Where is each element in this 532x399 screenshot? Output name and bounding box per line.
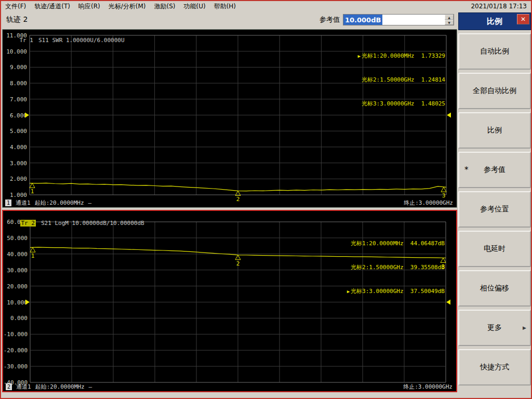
channel-label: 通道1 <box>16 383 31 391</box>
reference-value-group: 参考值 10.000dB ▲ ▼ <box>320 14 454 25</box>
active-marker-arrow: ▶ <box>347 289 350 294</box>
svg-text:3: 3 <box>442 192 446 199</box>
svg-text:3.000: 3.000 <box>10 160 27 167</box>
entry-toolbar: 轨迹 2 参考值 10.000dB ▲ ▼ <box>1 11 458 28</box>
chart2-status-row: 2 通道1 起始:20.0000MHz — 终止:3.00000GHz <box>6 383 453 391</box>
marker-readout: ▶光标1:20.0000MHz 1.73329 <box>358 52 446 60</box>
button-label: 全部自动比例 <box>473 86 516 96</box>
sidebar-button-reference-position[interactable]: 参考位置 <box>458 191 531 228</box>
chart2-marker-readouts: 光标1:20.0000MHz 44.06487dB 光标2:1.50000GHz… <box>347 224 445 311</box>
chart1-measurement: S11 SWR 1.00000U/6.00000U <box>38 37 125 44</box>
menu-file[interactable]: 文件(F) <box>1 1 30 11</box>
start-frequency-label: 起始:20.0000MHz <box>35 199 84 207</box>
marker-readout-text: 光标3:3.00000GHz 1.48025 <box>362 100 445 107</box>
reference-value-input[interactable]: 10.000dB ▲ ▼ <box>343 14 454 25</box>
reference-value-label: 参考值 <box>320 15 340 24</box>
sidebar-button-auto-scale-all[interactable]: 全部自动比例 <box>458 73 531 109</box>
chart2-trace-name[interactable]: Tr 2 <box>20 220 36 227</box>
sidebar-button-phase-offset[interactable]: 相位偏移 <box>458 270 531 307</box>
svg-text:2.000: 2.000 <box>10 176 27 182</box>
button-label: 比例 <box>487 126 502 135</box>
svg-text:20.000: 20.000 <box>7 283 28 290</box>
sidebar-button-shortcut[interactable]: 快捷方式 <box>458 349 531 385</box>
menu-trace-channel[interactable]: 轨迹/通道(T) <box>30 1 74 11</box>
submenu-arrow-icon: ▶ <box>523 325 526 330</box>
svg-text:9.000: 9.000 <box>10 64 27 71</box>
svg-text:7.000: 7.000 <box>10 96 27 103</box>
button-label: 电延时 <box>484 244 506 254</box>
spinner-down-button[interactable]: ▼ <box>445 20 454 25</box>
sidebar-button-electrical-delay[interactable]: 电延时 <box>458 231 531 267</box>
chart-window-trace1: 11.00010.0009.0008.0007.0006.0005.0004.0… <box>2 29 457 208</box>
menu-stimulus[interactable]: 激励(S) <box>150 1 179 11</box>
start-frequency-label: 起始:20.0000MHz <box>35 383 85 391</box>
menu-help[interactable]: 帮助(H) <box>210 1 240 11</box>
menu-response[interactable]: 响应(R) <box>74 1 104 11</box>
chart1-marker-readouts: ▶光标1:20.0000MHz 1.73329 光标2:1.50000GHz 1… <box>358 36 446 124</box>
datetime-display: 2021/01/18 17:13 <box>471 3 531 10</box>
sidebar-button-auto-scale[interactable]: 自动比例 <box>458 33 531 70</box>
svg-text:50.000: 50.000 <box>7 235 28 242</box>
marker-readout-text: 光标2:1.50000GHz 39.35508dB <box>351 264 445 271</box>
chart1-status-row: 1 通道1 起始:20.0000MHz — 终止:3.00000GHz <box>5 199 453 207</box>
chart-window-trace2-active: 60.00050.00040.00030.00020.00010.0000.00… <box>2 210 457 392</box>
channel-number-badge: 2 <box>6 383 12 390</box>
spinner-up-button[interactable]: ▲ <box>445 15 454 20</box>
menu-bar: 文件(F) 轨迹/通道(T) 响应(R) 光标/分析(M) 激励(S) 功能(U… <box>1 1 531 11</box>
button-label: 参考位置 <box>480 205 509 214</box>
svg-text:1: 1 <box>31 252 35 259</box>
reference-value-input-blank <box>382 15 445 25</box>
marker-readout: 光标3:3.00000GHz 1.48025 <box>358 100 446 108</box>
marker-readout-text: 光标1:20.0000MHz 44.06487dB <box>351 240 445 247</box>
sidebar-button-more[interactable]: 更多▶ <box>458 310 531 346</box>
svg-text:0.000: 0.000 <box>10 315 28 322</box>
button-label: 自动比例 <box>480 47 509 56</box>
marker-readout: 光标1:20.0000MHz 44.06487dB <box>347 240 445 248</box>
selected-asterisk: * <box>464 165 469 175</box>
button-label: 相位偏移 <box>480 284 509 293</box>
trace-style-dash: — <box>88 200 92 206</box>
svg-text:8.000: 8.000 <box>10 80 27 87</box>
svg-text:40.000: 40.000 <box>7 251 28 258</box>
softkey-menu-title-text: 比例 <box>487 17 502 26</box>
marker-readout-text: 光标3:3.00000GHz 37.50049dB <box>351 288 445 295</box>
button-label: 参考值 <box>484 165 506 175</box>
reference-value-text: 10.000dB <box>343 15 382 25</box>
marker-readout-text: 光标1:20.0000MHz 1.73329 <box>362 52 445 59</box>
trace-style-dash: — <box>89 383 92 390</box>
svg-text:-10.000: -10.000 <box>4 331 28 338</box>
softkey-sidebar: 比例 ✕ 自动比例 全部自动比例 比例 *参考值 参考位置 电延时 相位偏移 更… <box>458 12 531 385</box>
button-label: 快捷方式 <box>480 363 509 372</box>
menu-marker-analysis[interactable]: 光标/分析(M) <box>104 1 150 11</box>
stop-frequency-label: 终止:3.00000GHz <box>404 199 453 207</box>
chart1-title: Tr 1S11 SWR 1.00000U/6.00000U <box>6 30 125 50</box>
svg-text:4.000: 4.000 <box>10 144 27 151</box>
svg-text:5.000: 5.000 <box>10 128 27 135</box>
menu-function[interactable]: 功能(U) <box>179 1 209 11</box>
svg-text:2: 2 <box>236 260 240 267</box>
close-icon[interactable]: ✕ <box>517 14 529 24</box>
button-label: 更多 <box>487 323 502 332</box>
active-marker-arrow: ▶ <box>358 54 361 59</box>
marker-readout: ▶光标3:3.00000GHz 37.50049dB <box>347 287 445 296</box>
marker-readout: 光标2:1.50000GHz 1.24814 <box>358 76 446 84</box>
channel-number-badge: 1 <box>5 200 11 206</box>
chart1-trace-name[interactable]: Tr 1 <box>20 37 34 44</box>
sidebar-button-scale[interactable]: 比例 <box>458 112 531 149</box>
softkey-menu-title: 比例 ✕ <box>458 12 531 30</box>
channel-label: 通道1 <box>16 199 31 207</box>
marker-readout: 光标2:1.50000GHz 39.35508dB <box>347 263 445 272</box>
svg-text:30.000: 30.000 <box>7 267 28 274</box>
stop-frequency-label: 终止:3.00000GHz <box>403 383 453 391</box>
chart2-title: Tr 2S21 LogM 10.00000dB/10.00000dB <box>6 213 144 233</box>
active-trace-label: 轨迹 2 <box>6 15 28 24</box>
svg-text:1: 1 <box>31 188 34 195</box>
chart2-measurement: S21 LogM 10.00000dB/10.00000dB <box>41 220 144 227</box>
svg-text:6.000: 6.000 <box>10 112 27 119</box>
sidebar-button-reference-value[interactable]: *参考值 <box>458 152 531 188</box>
svg-text:10.000: 10.000 <box>7 299 28 306</box>
svg-text:1.000: 1.000 <box>10 192 27 198</box>
marker-readout-text: 光标2:1.50000GHz 1.24814 <box>362 76 445 83</box>
svg-text:-20.000: -20.000 <box>4 347 28 354</box>
bottom-status-strip <box>1 393 531 398</box>
